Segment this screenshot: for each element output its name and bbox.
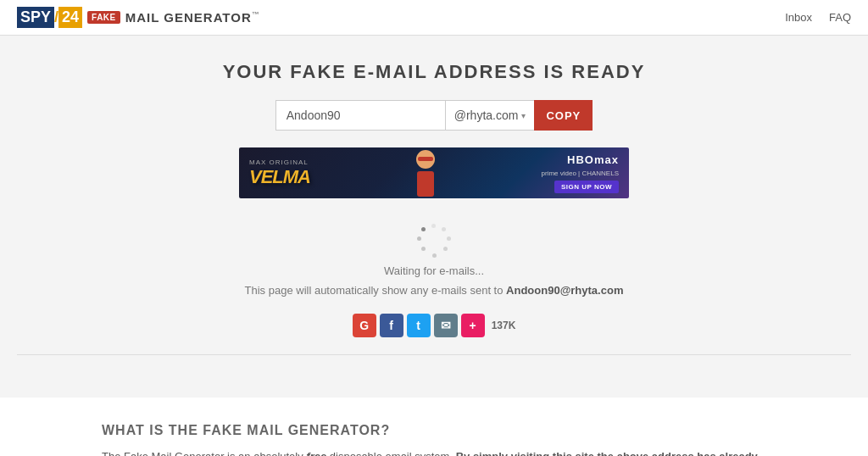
hbomax-logo: HBOmax	[567, 153, 619, 166]
section-desc-1: The Fake Mail Generator is an absolutely…	[102, 448, 766, 456]
divider	[17, 354, 851, 355]
share-row: G f t ✉ + 137K	[17, 314, 851, 337]
section-title: WHAT IS THE FAKE MAIL GENERATOR?	[102, 423, 766, 438]
auto-text: This page will automatically show any e-…	[245, 284, 624, 297]
share-email-button[interactable]: ✉	[434, 314, 458, 337]
share-facebook-button[interactable]: f	[380, 314, 403, 337]
banner-left: MAX ORIGINAL VELMA	[249, 158, 310, 188]
velma-title: VELMA	[249, 166, 310, 188]
page-title: YOUR FAKE E-MAIL ADDRESS IS READY	[17, 61, 851, 83]
nav-faq[interactable]: FAQ	[829, 11, 851, 24]
banner-character	[404, 150, 447, 197]
email-row: @rhyta.com ▾ COPY	[17, 100, 851, 131]
share-count: 137K	[492, 320, 516, 331]
email-input[interactable]	[275, 100, 445, 131]
share-add-button[interactable]: +	[461, 314, 485, 337]
copy-button[interactable]: COPY	[534, 100, 593, 131]
share-google-button[interactable]: G	[353, 314, 376, 337]
main-content: YOUR FAKE E-MAIL ADDRESS IS READY @rhyta…	[0, 36, 868, 398]
bottom-section: WHAT IS THE FAKE MAIL GENERATOR? The Fak…	[0, 398, 868, 456]
fake-badge: FAKE	[87, 11, 120, 24]
logo-text: MAIL GENERATOR™	[125, 10, 260, 25]
hbomax-area: HBOmax prime video | CHANNELS SIGN UP NO…	[542, 153, 619, 193]
email-display: Andoon90@rhyta.com	[506, 284, 623, 297]
header: SPY/24 FAKE MAIL GENERATOR™ Inbox FAQ	[0, 0, 868, 36]
spy24-logo: SPY/24	[17, 7, 82, 28]
header-nav: Inbox FAQ	[785, 11, 851, 24]
banner-sub: MAX ORIGINAL	[249, 158, 310, 166]
signup-button[interactable]: SIGN UP NOW	[554, 181, 619, 193]
share-twitter-button[interactable]: t	[407, 314, 431, 337]
domain-value: @rhyta.com	[454, 108, 519, 122]
waiting-text: Waiting for e-mails...	[384, 264, 484, 277]
loading-area: Waiting for e-mails... This page will au…	[17, 224, 851, 297]
loading-spinner	[417, 224, 451, 258]
domain-select[interactable]: @rhyta.com ▾	[445, 100, 535, 131]
chevron-down-icon: ▾	[521, 111, 526, 120]
nav-inbox[interactable]: Inbox	[785, 11, 812, 24]
logo-24: 24	[58, 7, 82, 28]
banner-ad: MAX ORIGINAL VELMA HBOmax prime video | …	[239, 147, 629, 198]
hbomax-sub: prime video | CHANNELS	[542, 170, 619, 177]
logo-area: SPY/24 FAKE MAIL GENERATOR™	[17, 7, 260, 28]
logo-spy: SPY	[17, 7, 54, 28]
